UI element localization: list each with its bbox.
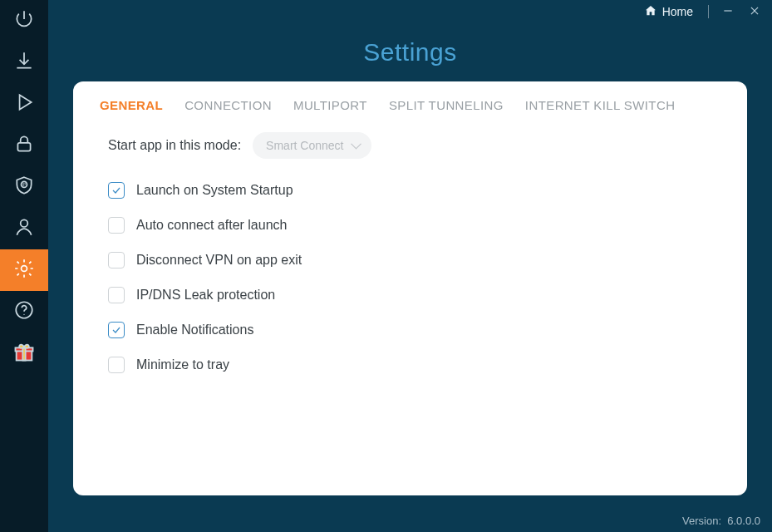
option-label: IP/DNS Leak protection: [136, 288, 275, 303]
sidebar-item-power[interactable]: [0, 0, 48, 42]
minimize-icon: [722, 5, 734, 19]
ip-shield-icon: IP: [13, 175, 35, 200]
option-label: Launch on System Startup: [136, 183, 293, 198]
sidebar-item-play[interactable]: [0, 83, 48, 125]
checkbox[interactable]: [108, 322, 125, 338]
option-enable-notifications[interactable]: Enable Notifications: [108, 322, 720, 338]
svg-point-6: [23, 314, 24, 315]
tab-connection[interactable]: CONNECTION: [184, 98, 272, 112]
start-mode-row: Start app in this mode: Smart Connect: [108, 132, 720, 159]
svg-point-4: [22, 266, 27, 272]
start-mode-select[interactable]: Smart Connect: [253, 132, 371, 159]
option-label: Minimize to tray: [136, 357, 229, 372]
svg-rect-9: [22, 347, 25, 360]
topbar-separator: [708, 5, 709, 18]
gift-icon: [12, 340, 36, 367]
checkbox[interactable]: [108, 252, 125, 268]
start-mode-label: Start app in this mode:: [108, 138, 241, 153]
sidebar: IP: [0, 0, 48, 532]
tab-split-tunneling[interactable]: SPLIT TUNNELING: [389, 98, 504, 112]
option-label: Disconnect VPN on app exit: [136, 253, 302, 268]
option-label: Auto connect after launch: [136, 218, 287, 233]
page-title: Settings: [48, 38, 772, 66]
settings-panel: GENERAL CONNECTION MULTIPORT SPLIT TUNNE…: [73, 81, 747, 495]
start-mode-selected: Smart Connect: [266, 139, 343, 152]
gear-icon: [13, 258, 35, 283]
title-area: Settings: [48, 23, 772, 81]
close-icon: [749, 5, 760, 19]
tab-multiport[interactable]: MULTIPORT: [293, 98, 367, 112]
option-minimize-to-tray[interactable]: Minimize to tray: [108, 357, 720, 373]
sidebar-item-ip[interactable]: IP: [0, 166, 48, 208]
checkbox[interactable]: [108, 217, 125, 234]
topbar: Home: [48, 0, 772, 23]
sidebar-item-download[interactable]: [0, 42, 48, 83]
sidebar-item-gift[interactable]: [0, 332, 48, 374]
lock-icon: [13, 133, 35, 158]
option-label: Enable Notifications: [136, 323, 253, 337]
sidebar-item-lock[interactable]: [0, 125, 48, 166]
main-area: Home Settings GENERAL CONNECTION MULTIPO…: [48, 0, 772, 532]
minimize-button[interactable]: [717, 1, 739, 22]
option-disconnect-on-exit[interactable]: Disconnect VPN on app exit: [108, 252, 720, 268]
sidebar-item-profile[interactable]: [0, 208, 48, 249]
checkbox[interactable]: [108, 182, 125, 199]
home-label: Home: [662, 5, 693, 18]
sidebar-item-help[interactable]: [0, 291, 48, 332]
version-value: 6.0.0.0: [727, 515, 760, 527]
tab-general[interactable]: GENERAL: [100, 98, 163, 112]
help-icon: [13, 299, 35, 324]
checkbox[interactable]: [108, 287, 125, 303]
tabs: GENERAL CONNECTION MULTIPORT SPLIT TUNNE…: [100, 98, 720, 112]
option-launch-on-startup[interactable]: Launch on System Startup: [108, 182, 720, 199]
tab-internet-kill-switch[interactable]: INTERNET KILL SWITCH: [525, 98, 676, 112]
svg-text:IP: IP: [22, 183, 26, 187]
checkbox[interactable]: [108, 357, 125, 373]
play-icon: [13, 91, 35, 116]
close-button[interactable]: [744, 1, 765, 22]
power-icon: [13, 8, 35, 33]
version-footer: Version: 6.0.0.0: [682, 515, 760, 527]
home-button[interactable]: Home: [637, 4, 700, 20]
user-icon: [13, 216, 35, 241]
svg-rect-0: [17, 143, 30, 151]
download-icon: [13, 50, 35, 75]
check-icon: [111, 325, 121, 335]
option-list: Launch on System Startup Auto connect af…: [108, 182, 720, 373]
svg-point-3: [21, 219, 28, 227]
version-label: Version:: [682, 515, 721, 527]
option-auto-connect[interactable]: Auto connect after launch: [108, 217, 720, 234]
check-icon: [111, 185, 121, 195]
home-icon: [644, 4, 657, 20]
option-ip-dns-leak[interactable]: IP/DNS Leak protection: [108, 287, 720, 303]
sidebar-item-settings[interactable]: [0, 249, 48, 291]
